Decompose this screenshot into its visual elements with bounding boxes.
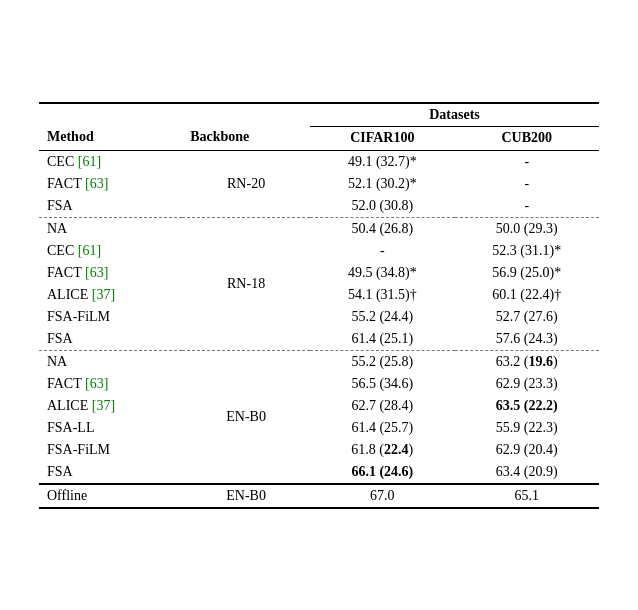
table-row: FACT [63]52.1 (30.2)*-	[39, 173, 599, 195]
method-cell: ALICE [37]	[39, 284, 182, 306]
method-cell: NA	[39, 217, 182, 240]
cifar-cell: -	[310, 240, 454, 262]
cifar-cell: 61.8 (22.4)	[310, 439, 454, 461]
datasets-header-row: Datasets	[39, 103, 599, 127]
cub-cell: 63.2 (19.6)	[455, 350, 599, 373]
method-cell: CEC [61]	[39, 240, 182, 262]
cifar-cell: 49.1 (32.7)*	[310, 150, 454, 173]
method-cell: ALICE [37]	[39, 395, 182, 417]
method-header: Method	[39, 126, 182, 150]
cifar-cell: 50.4 (26.8)	[310, 217, 454, 240]
table-row: FACT [63]56.5 (34.6)62.9 (23.3)	[39, 373, 599, 395]
method-cell: FSA-FiLM	[39, 306, 182, 328]
cifar-cell: 62.7 (28.4)	[310, 395, 454, 417]
cub-cell: -	[455, 195, 599, 218]
offline-cifar: 67.0	[310, 484, 454, 508]
offline-row: OfflineEN-B067.065.1	[39, 484, 599, 508]
cub-cell: 55.9 (22.3)	[455, 417, 599, 439]
method-cell: FACT [63]	[39, 262, 182, 284]
table-row: FSA-FiLM55.2 (24.4)52.7 (27.6)	[39, 306, 599, 328]
cifar-cell: 61.4 (25.7)	[310, 417, 454, 439]
cub-cell: 62.9 (20.4)	[455, 439, 599, 461]
cifar100-header: CIFAR100	[310, 126, 454, 150]
cub-cell: -	[455, 150, 599, 173]
cub200-header: CUB200	[455, 126, 599, 150]
cub-cell: 56.9 (25.0)*	[455, 262, 599, 284]
cifar-cell: 66.1 (24.6)	[310, 461, 454, 484]
table-row: NAEN-B055.2 (25.8)63.2 (19.6)	[39, 350, 599, 373]
cifar-cell: 49.5 (34.8)*	[310, 262, 454, 284]
offline-method: Offline	[39, 484, 182, 508]
cub-cell: 63.4 (20.9)	[455, 461, 599, 484]
cifar-cell: 56.5 (34.6)	[310, 373, 454, 395]
cub-cell: 60.1 (22.4)†	[455, 284, 599, 306]
datasets-header: Datasets	[310, 103, 599, 127]
cifar-cell: 55.2 (24.4)	[310, 306, 454, 328]
table-row: CEC [61]-52.3 (31.1)*	[39, 240, 599, 262]
backbone-cell: RN-18	[182, 217, 310, 350]
method-cell: FSA	[39, 195, 182, 218]
method-cell: FSA	[39, 328, 182, 351]
table-row: ALICE [37]62.7 (28.4)63.5 (22.2)	[39, 395, 599, 417]
table-row: FSA-LL61.4 (25.7)55.9 (22.3)	[39, 417, 599, 439]
method-cell: FSA-FiLM	[39, 439, 182, 461]
cifar-cell: 52.1 (30.2)*	[310, 173, 454, 195]
table-row: FSA-FiLM61.8 (22.4)62.9 (20.4)	[39, 439, 599, 461]
table-row: FSA66.1 (24.6)63.4 (20.9)	[39, 461, 599, 484]
table-row: FSA61.4 (25.1)57.6 (24.3)	[39, 328, 599, 351]
offline-backbone: EN-B0	[182, 484, 310, 508]
cifar-cell: 54.1 (31.5)†	[310, 284, 454, 306]
cub-cell: -	[455, 173, 599, 195]
cub-cell: 62.9 (23.3)	[455, 373, 599, 395]
table-row: ALICE [37]54.1 (31.5)†60.1 (22.4)†	[39, 284, 599, 306]
method-cell: NA	[39, 350, 182, 373]
method-cell: FACT [63]	[39, 173, 182, 195]
method-cell: FSA	[39, 461, 182, 484]
table-row: NARN-1850.4 (26.8)50.0 (29.3)	[39, 217, 599, 240]
table-row: CEC [61]RN-2049.1 (32.7)*-	[39, 150, 599, 173]
cub-cell: 63.5 (22.2)	[455, 395, 599, 417]
table-container: Datasets Method Backbone CIFAR100 CUB200…	[29, 82, 609, 529]
method-cell: FSA-LL	[39, 417, 182, 439]
cub-cell: 52.7 (27.6)	[455, 306, 599, 328]
cifar-cell: 55.2 (25.8)	[310, 350, 454, 373]
method-cell: CEC [61]	[39, 150, 182, 173]
column-header-row: Method Backbone CIFAR100 CUB200	[39, 126, 599, 150]
results-table: Datasets Method Backbone CIFAR100 CUB200…	[39, 102, 599, 509]
method-cell: FACT [63]	[39, 373, 182, 395]
table-row: FACT [63]49.5 (34.8)*56.9 (25.0)*	[39, 262, 599, 284]
cub-cell: 50.0 (29.3)	[455, 217, 599, 240]
backbone-header: Backbone	[182, 126, 310, 150]
cub-cell: 52.3 (31.1)*	[455, 240, 599, 262]
backbone-cell: EN-B0	[182, 350, 310, 484]
offline-cub: 65.1	[455, 484, 599, 508]
backbone-cell: RN-20	[182, 150, 310, 217]
cifar-cell: 61.4 (25.1)	[310, 328, 454, 351]
table-row: FSA52.0 (30.8)-	[39, 195, 599, 218]
cifar-cell: 52.0 (30.8)	[310, 195, 454, 218]
cub-cell: 57.6 (24.3)	[455, 328, 599, 351]
